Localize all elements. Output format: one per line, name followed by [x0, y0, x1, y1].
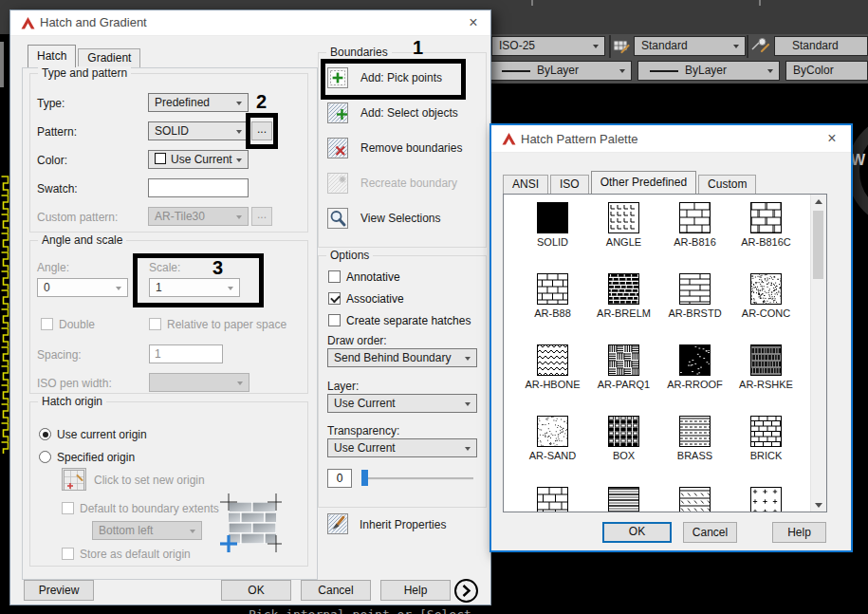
chevron-down-icon [767, 69, 773, 73]
pattern-ar-brstd[interactable]: AR-BRSTD [659, 270, 730, 341]
close-icon[interactable]: × [821, 129, 843, 148]
angle-combo[interactable]: 0 [37, 278, 128, 297]
boundary-action-row[interactable]: Recreate boundary [327, 172, 462, 195]
pattern-partial[interactable] [659, 483, 730, 512]
preview-button[interactable]: Preview [24, 580, 94, 601]
color-combo[interactable]: Use Current [148, 150, 249, 169]
dialog-titlebar[interactable]: Hatch Pattern Palette × [491, 125, 851, 153]
transparency-amount-field[interactable]: 0 [327, 469, 352, 488]
specified-origin-radio[interactable] [39, 451, 51, 463]
dialog-title: Hatch Pattern Palette [521, 132, 638, 146]
transparency-slider-track[interactable] [361, 477, 473, 480]
dialog-titlebar[interactable]: Hatch and Gradient × [10, 10, 490, 36]
tab-iso[interactable]: ISO [550, 175, 589, 194]
boundary-action-label: Recreate boundary [360, 177, 457, 190]
swatch-preview[interactable] [148, 178, 249, 197]
pattern-ar-b816[interactable]: AR-B816 [659, 198, 730, 270]
cancel-button[interactable]: Cancel [683, 522, 737, 543]
ribbon-separator [609, 35, 611, 58]
recreate-boundary-icon[interactable] [327, 173, 348, 194]
ok-button[interactable]: OK [221, 580, 291, 601]
parquet-swatch-icon [608, 344, 639, 376]
default-boundary-extents-label: Default to boundary extents [80, 502, 219, 515]
associative-checkbox[interactable] [328, 292, 341, 305]
view-selections-icon[interactable] [327, 208, 348, 229]
mleader-style-combo[interactable]: Standard [774, 36, 868, 56]
inherit-properties-button[interactable] [327, 513, 348, 534]
remove-boundaries-icon[interactable] [327, 138, 348, 158]
select-objects-icon[interactable] [327, 102, 348, 123]
ok-button[interactable]: OK [602, 522, 672, 543]
annotative-checkbox[interactable] [328, 270, 341, 283]
pattern-ar-sand[interactable]: AR-SAND [517, 412, 588, 483]
custom-pattern-label: Custom pattern: [37, 211, 118, 224]
command-prompt-text: Pick internal point or [Select [249, 607, 471, 614]
lineweight-combo[interactable]: ByLayer [489, 61, 632, 81]
brick-lgc-swatch-icon [750, 202, 782, 233]
pattern-list[interactable]: SOLIDANGLEAR-B816AR-B816CAR-B88AR-BRELMA… [503, 194, 827, 512]
tab-hatch[interactable]: Hatch [28, 45, 76, 67]
pattern-box[interactable]: BOX [588, 412, 659, 483]
pattern-ar-conc[interactable]: AR-CONC [730, 270, 802, 341]
pattern-angle[interactable]: ANGLE [588, 198, 659, 270]
close-icon[interactable]: × [462, 13, 485, 32]
option-checkbox-row[interactable]: Annotative [328, 270, 471, 283]
boundary-action-label: View Selections [360, 212, 441, 225]
pattern-partial[interactable] [730, 483, 802, 512]
chevron-down-icon [593, 45, 599, 48]
boundary-action-row[interactable]: View Selections [327, 207, 462, 230]
pattern-ar-rshke[interactable]: AR-RSHKE [730, 341, 802, 412]
text-style-combo[interactable]: Standard [634, 36, 746, 56]
scroll-up-icon[interactable] [811, 195, 825, 209]
use-current-origin-radio[interactable] [39, 428, 51, 440]
transparency-combo[interactable]: Use Current [327, 438, 477, 457]
pattern-ar-b88[interactable]: AR-B88 [517, 270, 588, 341]
roof-swatch-icon [679, 344, 711, 376]
pattern-partial[interactable] [588, 483, 659, 512]
pattern-solid[interactable]: SOLID [517, 198, 588, 270]
pattern-partial[interactable] [517, 483, 588, 512]
relative-paper-space-checkbox [149, 318, 161, 330]
dialog-tabs: HatchGradient [28, 46, 140, 67]
command-line[interactable]: Pick internal point or [Select [249, 607, 647, 614]
option-checkbox-row[interactable]: Associative [328, 292, 471, 305]
dim-style-combo[interactable]: ISO-25 [491, 36, 605, 56]
tab-ansi[interactable]: ANSI [503, 175, 548, 194]
more-options-button[interactable] [454, 579, 478, 603]
pattern-ar-rroof[interactable]: AR-RROOF [659, 341, 730, 412]
ribbon-separator [747, 35, 748, 58]
extents-corner-combo: Bottom left [92, 521, 202, 540]
linetype-combo[interactable]: ByLayer [637, 61, 780, 81]
pattern-ar-b816c[interactable]: AR-B816C [730, 198, 802, 270]
pattern-brick[interactable]: BRICK [730, 412, 802, 483]
plot-style-combo[interactable]: ByColor [785, 61, 868, 81]
pattern-ar-parq1[interactable]: AR-PARQ1 [588, 341, 659, 412]
boundary-action-row[interactable]: Add: Select objects [327, 102, 462, 124]
transparency-slider-handle[interactable] [361, 470, 368, 486]
text-style-value: Standard [641, 39, 688, 52]
scrollbar-thumb[interactable] [813, 211, 823, 279]
type-combo[interactable]: Predefined [148, 93, 249, 112]
option-checkbox-label: Annotative [346, 270, 400, 284]
create-separate-hatches-checkbox[interactable] [328, 314, 341, 326]
scrollbar[interactable] [810, 195, 826, 512]
boundary-action-label: Remove boundaries [360, 141, 462, 155]
hatch-drawing-fragment [0, 176, 9, 454]
tab-custom[interactable]: Custom [698, 175, 756, 194]
draw-order-combo[interactable]: Send Behind Boundary [327, 348, 477, 367]
option-checkbox-row[interactable]: Create separate hatches [328, 314, 471, 326]
help-button[interactable]: Help [772, 522, 826, 543]
layer-combo[interactable]: Use Current [327, 394, 477, 413]
scroll-down-icon[interactable] [811, 497, 825, 512]
pattern-ar-brelm[interactable]: AR-BRELM [588, 270, 659, 341]
pattern-ar-hbone[interactable]: AR-HBONE [517, 341, 588, 412]
pattern-combo[interactable]: SOLID [148, 121, 249, 140]
tab-gradient[interactable]: Gradient [78, 48, 140, 67]
pattern-brass[interactable]: BRASS [659, 412, 730, 483]
cancel-button[interactable]: Cancel [301, 580, 371, 601]
help-button[interactable]: Help [380, 580, 451, 601]
tab-other-predefined[interactable]: Other Predefined [591, 171, 696, 194]
cross-swatch-icon [750, 487, 782, 512]
boundary-action-row[interactable]: Remove boundaries [327, 137, 462, 159]
lineweight-preview-icon [502, 70, 530, 72]
